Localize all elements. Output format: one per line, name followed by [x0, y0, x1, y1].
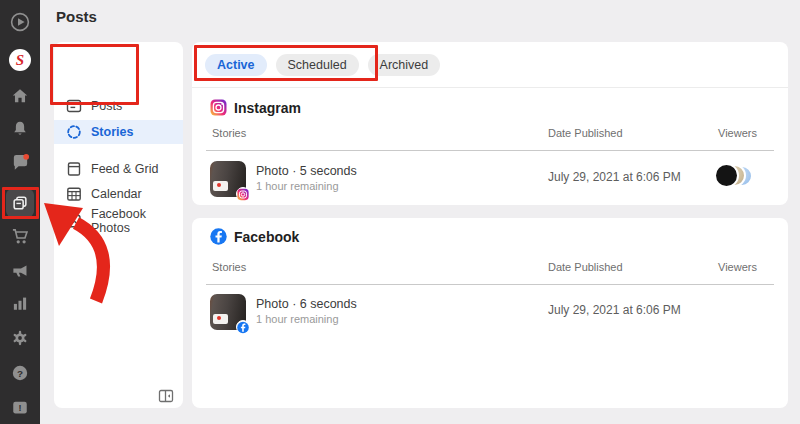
collapse-panel-button[interactable]	[157, 387, 175, 405]
promote-button[interactable]	[0, 254, 40, 286]
feedback-icon: !	[11, 399, 29, 417]
publishing-icon	[11, 194, 29, 212]
tab-active[interactable]: Active	[205, 54, 267, 76]
column-header-viewers: Viewers	[718, 127, 757, 139]
reports-button[interactable]	[0, 287, 40, 319]
column-header-date: Date Published	[548, 261, 623, 273]
tab-scheduled[interactable]: Scheduled	[276, 54, 359, 76]
settings-button[interactable]	[0, 322, 40, 354]
gear-icon	[11, 329, 29, 347]
status-tabs: Active Scheduled Archived	[192, 42, 788, 88]
stories-active-card: Active Scheduled Archived Instagram Stor…	[192, 42, 788, 205]
instagram-icon	[210, 99, 227, 116]
facebook-badge-icon	[236, 320, 250, 334]
stories-icon	[66, 124, 82, 140]
feed-grid-icon	[66, 161, 82, 177]
instagram-badge-icon	[236, 187, 250, 201]
table-divider	[206, 284, 774, 285]
notification-dot	[23, 153, 29, 159]
nav-item-stories[interactable]: Stories	[54, 120, 183, 144]
nav-item-label: Feed & Grid	[91, 162, 158, 176]
story-time-remaining: 1 hour remaining	[256, 180, 339, 192]
app-window: S	[0, 0, 800, 424]
table-divider	[206, 150, 774, 151]
column-header-stories: Stories	[212, 261, 246, 273]
story-title: Photo · 6 seconds	[256, 297, 357, 311]
column-header-viewers: Viewers	[718, 261, 757, 273]
svg-text:?: ?	[17, 368, 23, 379]
commerce-button[interactable]	[0, 220, 40, 252]
home-nav-button[interactable]	[0, 80, 40, 112]
column-header-stories: Stories	[212, 127, 246, 139]
svg-text:!: !	[19, 403, 22, 413]
nav-item-calendar[interactable]: Calendar	[54, 181, 183, 206]
nav-item-label: Calendar	[91, 187, 142, 201]
story-time-remaining: 1 hour remaining	[256, 313, 339, 325]
nav-item-label: Stories	[91, 125, 133, 139]
expand-circle-icon	[10, 12, 30, 32]
chat-bubble-icon	[11, 153, 30, 172]
story-title: Photo · 5 seconds	[256, 164, 357, 178]
viewer-avatars[interactable]	[714, 163, 760, 189]
facebook-icon	[210, 228, 227, 245]
collapse-panel-icon	[158, 388, 174, 404]
icon-rail: S	[0, 0, 40, 424]
inbox-button[interactable]	[0, 146, 40, 178]
home-icon	[11, 87, 29, 105]
story-thumbnail[interactable]	[210, 161, 246, 197]
thumbnail-overlay	[213, 314, 228, 324]
publishing-nav-button-active[interactable]	[6, 189, 34, 217]
story-date-published: July 29, 2021 at 6:06 PM	[548, 303, 681, 317]
help-button[interactable]: ?	[0, 357, 40, 389]
megaphone-icon	[11, 261, 30, 280]
brand-logo-icon: S	[7, 47, 33, 73]
thumbnail-overlay	[213, 181, 228, 191]
nav-item-facebook-photos[interactable]: Facebook Photos	[54, 208, 183, 233]
tab-archived[interactable]: Archived	[368, 54, 441, 76]
nav-item-label: Facebook Photos	[91, 207, 183, 235]
posts-icon	[66, 98, 82, 114]
bell-icon	[11, 120, 29, 138]
story-date-published: July 29, 2021 at 6:06 PM	[548, 170, 681, 184]
section-title: Instagram	[234, 100, 301, 116]
feedback-button[interactable]: !	[0, 392, 40, 424]
expand-sidebar-button[interactable]	[0, 6, 40, 38]
notifications-button[interactable]	[0, 113, 40, 145]
facebook-section-header: Facebook	[210, 228, 299, 245]
photos-icon	[66, 213, 82, 229]
help-icon: ?	[11, 364, 29, 382]
cart-icon	[11, 227, 30, 246]
column-header-date: Date Published	[548, 127, 623, 139]
story-thumbnail[interactable]	[210, 294, 246, 330]
bar-chart-icon	[11, 294, 29, 312]
viewer-avatar	[714, 163, 739, 188]
nav-item-label: Posts	[91, 99, 122, 113]
nav-item-feed-grid[interactable]: Feed & Grid	[54, 156, 183, 181]
calendar-icon	[66, 186, 82, 202]
publishing-nav-panel: Posts Stories Feed & Grid	[54, 42, 183, 408]
svg-text:S: S	[16, 52, 24, 68]
page-title: Posts	[56, 8, 97, 25]
nav-item-posts[interactable]: Posts	[54, 93, 183, 118]
section-title: Facebook	[234, 229, 299, 245]
instagram-section-header: Instagram	[210, 99, 301, 116]
brand-logo-button[interactable]: S	[0, 44, 40, 76]
facebook-stories-card: Facebook Stories Date Published Viewers …	[192, 218, 788, 408]
